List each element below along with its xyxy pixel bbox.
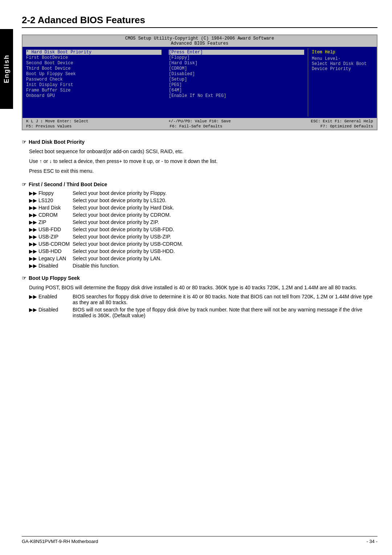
section-arrow-icon: ☞ [22,275,26,281]
sub-item-desc: Select your boot device priority by LS12… [73,197,377,203]
list-item: ▶▶ DisabledBIOS will not search for the … [29,307,377,318]
sub-item-label: ▶▶ Floppy [29,190,73,196]
bios-footer-row1-left: K L J ↕ Move Enter: Select [26,119,89,123]
list-item: ▶▶ ZIPSelect your boot device priority b… [29,219,377,225]
bios-menu-left: * Hard Disk Boot Priority First BootDevi… [23,48,165,117]
body-text: During POST, BIOS will determine the flo… [29,284,377,291]
list-item: ▶▶ USB-HDDSelect your boot device priori… [29,248,377,254]
sub-item-label: ▶▶ Disabled [29,307,73,318]
section-arrow-icon: ☞ [22,139,26,145]
sub-item-label: ▶▶ USB-CDROM [29,241,73,247]
section-heading-hard-disk-boot-priority: ☞Hard Disk Boot Priority [22,139,377,145]
list-item: ▶▶ CDROMSelect your boot device priority… [29,212,377,218]
section-heading-first-second-third-boot-device: ☞First / Second / Third Boot Deice [22,181,377,187]
sub-item-label: ▶▶ Disabled [29,263,73,269]
bios-footer-row1-mid: +/-/PU/PD: Value F10: Save [168,119,231,123]
list-item: ▶▶ FloppySelect your boot device priorit… [29,190,377,196]
list-item: ▶▶ Legacy LANSelect your boot device pri… [29,256,377,261]
bios-item-help: Item Help Menu Level·Select Hard Disk Bo… [308,48,377,117]
bios-empty [312,72,373,115]
bios-screen: CMOS Setup Utility-Copyright (C) 1984-20… [22,34,377,130]
bios-menu-label-4: Boot Up Floppy Seek [26,72,162,77]
section-title: First / Second / Third Boot Deice [29,181,107,187]
bios-footer-row2-mid: F6: Fail-Safe Defaults [170,124,222,128]
bios-menu-value-8: [Enable If No Ext PEG] [169,93,304,98]
sub-item-desc: Select your boot device priority by USB-… [73,227,377,232]
bios-item-help-text: Menu Level·Select Hard Disk BootDevice P… [312,56,373,72]
bios-footer-row1: K L J ↕ Move Enter: Select +/-/PU/PD: Va… [26,119,373,123]
sub-item-desc: Select your boot device priority by USB-… [73,241,377,247]
bios-footer-row2: F5: Previous Values F6: Fail-Safe Defaul… [26,124,373,128]
bios-footer: K L J ↕ Move Enter: Select +/-/PU/PD: Va… [23,118,377,130]
bios-title-line2: Advanced BIOS Features [23,41,377,46]
list-item: ▶▶ LS120Select your boot device priority… [29,197,377,203]
list-item: ▶▶ USB-FDDSelect your boot device priori… [29,227,377,232]
bios-menu-value-5: [Setup] [169,77,304,82]
bios-title-bar: CMOS Setup Utility-Copyright (C) 1984-20… [23,35,377,47]
bios-menu-middle: [Press Enter][Floppy][Hard Disk][CDROM][… [165,48,308,117]
sub-item-desc: Select your boot device priority by USB-… [73,234,377,240]
bios-footer-row1-right: ESC: Exit F1: General Help [311,119,373,123]
bios-menu-label-7: Frame Buffer Size [26,88,162,93]
sub-item-label: ▶▶ Enabled [29,294,73,305]
sub-item-label: ▶▶ Legacy LAN [29,256,73,261]
bios-menu-label-6: Init Display First [26,82,162,87]
sub-item-desc: Disable this function. [73,263,377,269]
sub-item-label: ▶▶ USB-ZIP [29,234,73,240]
bios-menu-value-3: [CDROM] [169,66,304,71]
language-label: English [3,54,11,83]
footer-page: - 34 - [367,539,377,544]
footer-model: GA-K8N51PVMT-9-RH Motherboard [22,539,98,544]
bios-menu-value-2: [Hard Disk] [169,61,304,66]
bios-title-line1: CMOS Setup Utility-Copyright (C) 1984-20… [23,36,377,41]
bios-menu-value-7: [64M] [169,88,304,93]
list-item: ▶▶ Hard DiskSelect your boot device prio… [29,205,377,211]
sub-item-desc: BIOS will not search for the type of flo… [73,307,377,318]
bios-menu-label-3: Third Boot Device [26,66,162,71]
sub-item-desc: Select your boot device priority by LAN. [73,256,377,261]
main-content: 2-2 Adanced BIOS Features CMOS Setup Uti… [22,0,377,342]
body-text: Select boot sequence for onboard(or add-… [29,148,377,155]
sub-item-desc: Select your boot device priority by Flop… [73,190,377,196]
sub-item-label: ▶▶ ZIP [29,219,73,225]
list-item: ▶▶ DisabledDisable this function. [29,263,377,269]
sub-item-label: ▶▶ USB-FDD [29,227,73,232]
bios-menu-label-2: Second Boot Device [26,61,162,66]
language-tab: English [0,29,13,109]
bios-menu-value-4: [Disabled] [169,72,304,77]
section-title: Boot Up Floppy Seek [29,275,80,281]
section-title: Hard Disk Boot Priority [29,139,85,145]
list-item: ▶▶ USB-CDROMSelect your boot device prio… [29,241,377,247]
list-item: ▶▶ EnabledBIOS searches for floppy disk … [29,294,377,305]
sub-item-label: ▶▶ CDROM [29,212,73,218]
sub-item-desc: Select your boot device priority by Hard… [73,205,377,211]
body-text: Use ↑ or ↓ to select a device, then pres… [29,158,377,165]
sub-item-label: ▶▶ USB-HDD [29,248,73,254]
bios-content: * Hard Disk Boot Priority First BootDevi… [23,47,377,118]
page-title: 2-2 Adanced BIOS Features [22,15,377,28]
section-arrow-icon: ☞ [22,181,26,187]
bios-menu-label-8: Onboard GPU [26,93,162,98]
sub-item-desc: Select your boot device priority by ZIP. [73,219,377,225]
sub-item-label: ▶▶ Hard Disk [29,205,73,211]
list-item: ▶▶ USB-ZIPSelect your boot device priori… [29,234,377,240]
bios-menu-label-1: First BootDevice [26,55,162,60]
sub-item-desc: Select your boot device priority by USB-… [73,248,377,254]
bios-menu-value-1: [Floppy] [169,55,304,60]
bios-menu-value-0: [Press Enter] [169,50,304,55]
bios-footer-row2-left: F5: Previous Values [26,124,72,128]
bios-menu-label-5: Password Check [26,77,162,82]
page-footer: GA-K8N51PVMT-9-RH Motherboard - 34 - [22,536,377,544]
bios-footer-col: K L J ↕ Move Enter: Select +/-/PU/PD: Va… [26,119,373,128]
bios-footer-row2-right: F7: Optimized Defaults [320,124,373,128]
section-heading-boot-up-floppy-seek: ☞Boot Up Floppy Seek [22,275,377,281]
sub-item-desc: Select your boot device priority by CDRO… [73,212,377,218]
sub-item-desc: BIOS searches for floppy disk drive to d… [73,294,377,305]
sections-container: ☞Hard Disk Boot PrioritySelect boot sequ… [22,139,377,318]
body-text: Press ESC to exit this menu. [29,167,377,175]
bios-item-help-title: Item Help [312,50,373,55]
sub-item-label: ▶▶ LS120 [29,197,73,203]
bios-menu-label-0: * Hard Disk Boot Priority [26,50,162,55]
bios-menu-value-6: [PEG] [169,82,304,87]
